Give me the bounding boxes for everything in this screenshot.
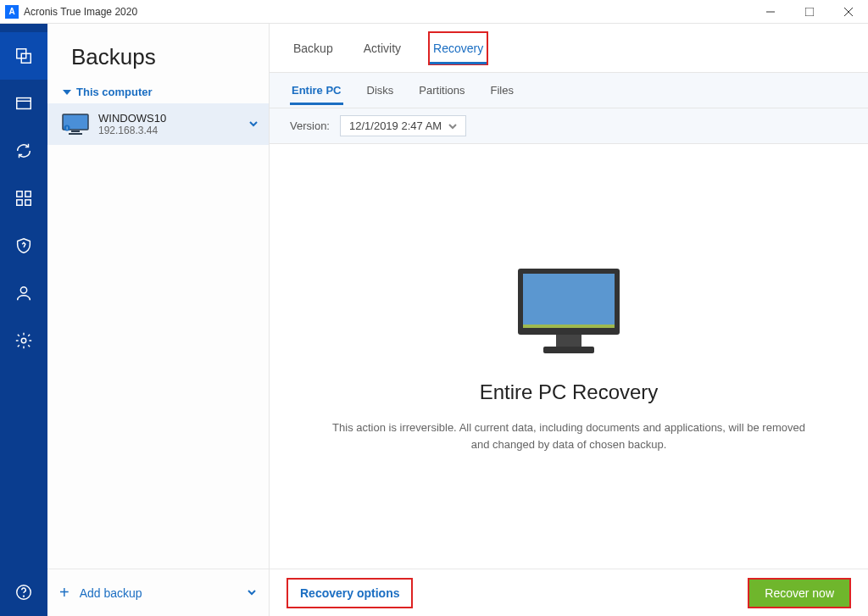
- version-value: 12/1/2019 2:47 AM: [349, 119, 442, 132]
- add-backup-more[interactable]: [247, 586, 257, 600]
- add-backup-label: Add backup: [80, 586, 142, 600]
- titlebar: A Acronis True Image 2020: [0, 0, 868, 24]
- rail-settings[interactable]: [0, 317, 47, 364]
- svg-rect-8: [17, 191, 22, 197]
- sidebar-heading: Backups: [47, 24, 269, 86]
- shield-icon: [14, 236, 33, 255]
- footer: Recovery options Recover now: [270, 569, 868, 616]
- plus-icon: +: [59, 583, 70, 602]
- version-label: Version:: [290, 119, 330, 132]
- svg-rect-11: [25, 200, 31, 205]
- sync-icon: [14, 142, 33, 160]
- rail-protection[interactable]: [0, 222, 47, 269]
- copy-icon: [14, 47, 33, 65]
- grid-icon: [14, 189, 33, 208]
- backup-address: 192.168.3.44: [98, 125, 240, 136]
- main: Backup Activity Recovery Entire PC Disks…: [270, 24, 868, 616]
- rail-archive[interactable]: [0, 80, 47, 127]
- svg-point-15: [24, 596, 25, 597]
- nav-rail: [0, 24, 47, 616]
- tab-backup[interactable]: Backup: [290, 33, 337, 64]
- recover-now-button[interactable]: Recover now: [748, 578, 851, 608]
- subtab-entire-pc[interactable]: Entire PC: [290, 75, 343, 105]
- window-title: Acronis True Image 2020: [24, 6, 751, 18]
- sidebar: Backups This computer i WINDOWS10 192.16…: [47, 24, 270, 616]
- gear-icon: [14, 331, 33, 350]
- rail-tools[interactable]: [0, 175, 47, 222]
- maximize-button[interactable]: [790, 0, 829, 24]
- close-button[interactable]: [829, 0, 868, 24]
- svg-text:i: i: [66, 125, 67, 130]
- svg-point-12: [20, 287, 26, 293]
- add-backup-bar[interactable]: + Add backup: [47, 569, 269, 616]
- svg-rect-1: [805, 8, 814, 16]
- chevron-down-icon: [63, 88, 71, 97]
- svg-rect-19: [69, 133, 82, 135]
- tree-label: This computer: [76, 86, 153, 98]
- archive-icon: [14, 94, 33, 113]
- svg-rect-26: [543, 347, 594, 353]
- sub-tabs: Entire PC Disks Partitions Files: [270, 73, 868, 108]
- subtab-disks[interactable]: Disks: [365, 75, 396, 105]
- svg-point-13: [21, 338, 26, 343]
- minimize-button[interactable]: [751, 0, 790, 24]
- rail-account[interactable]: [0, 269, 47, 317]
- content: Entire PC Recovery This action is irreve…: [270, 144, 868, 569]
- rail-help[interactable]: [0, 569, 47, 616]
- subtab-files[interactable]: Files: [489, 75, 515, 105]
- pc-illustration-icon: [505, 260, 632, 365]
- version-bar: Version: 12/1/2019 2:47 AM: [270, 108, 868, 144]
- chevron-down-icon: [448, 122, 457, 130]
- subtab-partitions[interactable]: Partitions: [417, 75, 466, 105]
- help-icon: [14, 583, 33, 602]
- user-icon: [14, 284, 33, 302]
- svg-rect-6: [17, 98, 31, 109]
- svg-rect-25: [556, 335, 581, 347]
- rail-sync[interactable]: [0, 127, 47, 175]
- version-select[interactable]: 12/1/2019 2:47 AM: [340, 115, 466, 136]
- backup-item[interactable]: i WINDOWS10 192.168.3.44: [47, 103, 269, 145]
- monitor-icon: i: [61, 113, 90, 136]
- svg-marker-16: [63, 90, 71, 95]
- svg-rect-10: [17, 200, 22, 205]
- app-icon: A: [5, 5, 19, 19]
- tree-this-computer[interactable]: This computer: [47, 86, 269, 103]
- tab-activity[interactable]: Activity: [360, 33, 404, 64]
- svg-rect-9: [25, 191, 31, 197]
- recovery-options-button[interactable]: Recovery options: [287, 578, 413, 608]
- svg-rect-18: [71, 130, 80, 132]
- content-heading: Entire PC Recovery: [480, 380, 659, 404]
- expand-backup[interactable]: [248, 117, 259, 132]
- backup-name: WINDOWS10: [98, 112, 240, 125]
- content-body: This action is irreversible. All current…: [331, 419, 806, 452]
- top-tabs: Backup Activity Recovery: [270, 24, 868, 73]
- svg-rect-24: [523, 325, 615, 328]
- tab-recovery[interactable]: Recovery: [428, 31, 488, 65]
- rail-backup[interactable]: [0, 32, 47, 80]
- svg-rect-23: [523, 274, 615, 328]
